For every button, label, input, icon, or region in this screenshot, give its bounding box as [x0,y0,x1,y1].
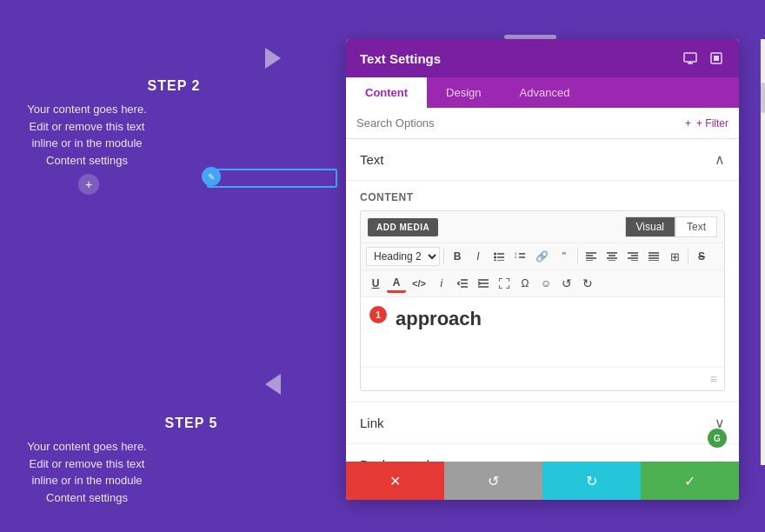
indent-increase-button[interactable] [474,274,493,293]
strikethrough-button[interactable]: S [692,247,711,266]
editor-number-badge: 1 [369,306,387,323]
scroll-thumb [761,83,765,113]
svg-point-9 [494,260,496,262]
toolbar-format-row2: U A </> i Ω ☺ ↺ ↻ [361,270,724,297]
expand-icon[interactable] [708,50,725,67]
text-section-content: Content ADD MEDIA Visual Text Heading 2 [346,181,739,402]
cancel-icon: ✕ [389,473,401,489]
tab-content[interactable]: Content [346,77,427,108]
filter-button[interactable]: + + Filter [685,117,728,130]
step5-title: STEP 5 [17,416,365,431]
step2-description: Your content goes here. Edit or remove t… [17,101,156,169]
toolbar-top-row: ADD MEDIA Visual Text [361,211,724,243]
link-section-header[interactable]: Link ∨ [346,402,739,444]
grammarly-icon: G [708,429,727,448]
align-center-button[interactable] [602,247,622,266]
text-color-button[interactable]: A [387,274,406,293]
editor-actions: ≡ [361,367,724,390]
search-input[interactable] [356,116,685,130]
toolbar-separator-1 [443,249,444,264]
text-view-button[interactable]: Text [675,216,717,237]
visual-view-button[interactable]: Visual [625,216,675,237]
bold-button[interactable]: B [448,247,467,266]
svg-point-5 [494,253,496,256]
panel-tabs: Content Design Advanced [346,77,739,108]
undo-button[interactable]: ↺ [557,274,576,293]
align-right-button[interactable] [623,247,642,266]
toolbar-separator-2 [577,249,578,264]
emoji-button[interactable]: ☺ [536,274,555,293]
align-left-button[interactable] [582,247,601,266]
editor-area[interactable]: 1 approach [361,297,724,367]
svg-point-7 [494,256,496,259]
editor-toolbar: ADD MEDIA Visual Text Heading 2 B I [360,210,725,391]
underline-button[interactable]: U [366,274,385,293]
tab-design[interactable]: Design [427,77,500,108]
italic-button[interactable]: I [469,247,488,266]
redo-button[interactable]: ↻ [578,274,597,293]
view-toggle: Visual Text [625,216,717,237]
panel-body: Text ∧ Content ADD MEDIA Visual Text He [346,139,739,462]
panel-header-icons [682,50,725,67]
link-section-title: Link [360,416,384,430]
indent-decrease-button[interactable] [453,274,472,293]
fullscreen-button[interactable] [495,274,514,293]
align-justify-button[interactable] [644,247,663,266]
panel-footer: ✕ ↺ ↻ ✓ [346,462,739,500]
source-code-button[interactable]: </> [408,274,430,293]
panel-title: Text Settings [360,51,441,66]
reset-icon: ↺ [488,473,499,489]
step2-block: STEP 2 Your content goes here. Edit or r… [0,70,348,177]
text-section-title: Text [360,152,384,167]
redo-icon: ↻ [586,473,597,489]
svg-text:2.: 2. [515,255,517,259]
save-button[interactable]: ✓ [641,462,739,500]
save-icon: ✓ [684,473,695,489]
tab-advanced[interactable]: Advanced [501,77,589,108]
format-icon: ≡ [710,372,717,386]
svg-rect-0 [684,53,696,62]
step5-left-block: STEP 5 Your content goes here. Edit or r… [0,407,382,515]
ordered-list-button[interactable]: 1.2. [510,247,529,266]
cancel-button[interactable]: ✕ [346,462,444,500]
background-section-header[interactable]: Background ∨ [346,444,739,462]
panel-header: Text Settings [346,39,739,77]
text-section-chevron-icon: ∧ [715,151,725,168]
add-media-button[interactable]: ADD MEDIA [368,218,438,236]
toolbar-separator-3 [688,249,688,264]
arrow-right-icon [265,48,281,69]
table-button[interactable]: ⊞ [665,247,684,266]
text-settings-panel: Text Settings Content Design Advanced [346,39,739,500]
responsive-icon[interactable] [682,50,699,67]
heading-select[interactable]: Heading 2 [366,247,440,266]
search-bar: + + Filter [346,108,739,139]
svg-rect-4 [714,56,719,61]
special-char-button[interactable]: Ω [516,274,535,293]
plus-filter-icon: + [685,117,691,130]
step5-description: Your content goes here. Edit or remove t… [17,438,156,506]
italic-alt-button[interactable]: i [432,274,451,293]
blockquote-button[interactable]: " [555,247,574,266]
editor-content-text[interactable]: approach [371,308,714,330]
text-section-header[interactable]: Text ∧ [346,139,739,181]
unordered-list-button[interactable] [489,247,509,266]
toolbar-format-row: Heading 2 B I 1.2. 🔗 " [361,243,724,270]
scroll-track [761,39,765,465]
content-label: Content [360,191,725,203]
arrow-left-icon [265,374,281,395]
step2-title: STEP 2 [17,78,330,94]
reset-button[interactable]: ↺ [444,462,542,500]
redo-footer-button[interactable]: ↻ [542,462,641,500]
link-button[interactable]: 🔗 [531,247,553,266]
